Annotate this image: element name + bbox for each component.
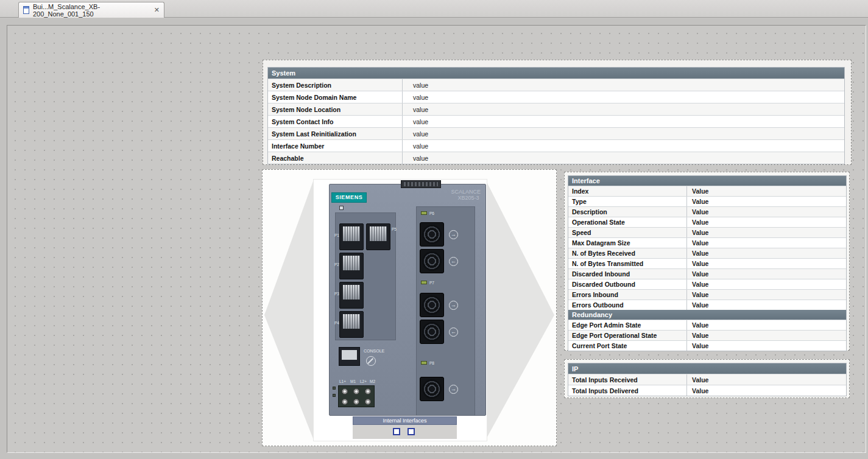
table-row: Errors Inbound Value (568, 289, 846, 300)
rj45-port-3 (339, 282, 364, 309)
row-label: Interface Number (268, 140, 403, 152)
row-value: Value (687, 279, 846, 289)
row-value: value (403, 79, 844, 91)
row-value: Value (687, 331, 846, 340)
table-row: Max Datagram Size Value (568, 237, 846, 248)
device-panel[interactable]: SIEMENS SCALANCE XB205-3 P1 P2 P3 P4 P5 (262, 169, 557, 446)
arrow-right-icon: → (449, 301, 458, 310)
ip-panel[interactable]: IP Total Inputs Received Value Total Inp… (564, 359, 850, 398)
table-row: Reachable value (268, 152, 844, 164)
rj45-port-4 (339, 311, 364, 338)
terminal-screw (342, 399, 348, 405)
arrow-left-icon: ← (449, 257, 458, 266)
no-entry-icon (366, 356, 376, 366)
internal-interface-item[interactable] (408, 428, 415, 435)
table-row: Speed Value (568, 227, 846, 237)
interface-table: Interface Index Value Type Value Descrip… (568, 175, 847, 351)
model-line1: SCALANCE (451, 189, 481, 195)
terminal-screw (342, 388, 348, 394)
tab-bar: Bui...M_Scalance_XB-200_None_001_150 ✕ (0, 0, 868, 18)
internal-interface-item[interactable] (393, 428, 400, 435)
tab-close-icon[interactable]: ✕ (154, 7, 160, 13)
row-value: Value (687, 290, 846, 300)
fiber-connector (420, 222, 444, 247)
design-canvas[interactable]: System System Description value System N… (7, 25, 866, 453)
row-value: value (403, 128, 844, 139)
table-row: N. of Bytes Received Value (568, 248, 846, 258)
row-label: Operational State (568, 217, 687, 227)
table-row: System Last Reinitialization value (268, 127, 844, 139)
terminal-screw (353, 388, 359, 394)
row-label: N. of Bytes Transmitted (568, 259, 687, 268)
row-label: Index (568, 186, 687, 196)
system-table: System System Description value System N… (267, 67, 845, 164)
row-value: Value (687, 207, 846, 217)
port-label: P1 (334, 233, 339, 237)
port-indicator (421, 211, 427, 215)
table-row: System Node Domain Name value (268, 91, 844, 103)
port-label: P2 (334, 262, 339, 267)
port-indicator (421, 281, 427, 284)
row-label: System Description (268, 79, 403, 91)
fiber-connector (420, 377, 444, 401)
row-value: Value (687, 248, 846, 258)
row-label: Reachable (268, 152, 403, 164)
row-label: Description (568, 207, 687, 217)
device-plate: SIEMENS SCALANCE XB205-3 P1 P2 P3 P4 P5 (314, 180, 487, 441)
power-led (333, 387, 336, 390)
status-led (339, 206, 344, 210)
port-label: P5 (392, 227, 397, 231)
row-label: Total Inputs Delivered (568, 385, 687, 396)
power-label: M2 (370, 379, 375, 384)
row-label: Errors Outbound (568, 300, 687, 310)
row-value: value (403, 116, 844, 127)
port-label: P6 (429, 211, 434, 215)
power-terminal-block (338, 385, 375, 407)
interface-panel[interactable]: Interface Index Value Type Value Descrip… (564, 172, 850, 351)
row-label: Total Inputs Received (568, 374, 687, 385)
scalance-device: SIEMENS SCALANCE XB205-3 P1 P2 P3 P4 P5 (329, 184, 486, 416)
row-label: Current Port State (568, 341, 687, 351)
system-table-header: System (268, 68, 844, 79)
port-label: P4 (334, 321, 339, 325)
row-label: Edge Port Admin State (568, 320, 687, 330)
row-value: Value (687, 341, 846, 351)
internal-interfaces-bar: Internal Interfaces (353, 416, 457, 425)
rj45-port-1 (339, 223, 364, 250)
row-label: Max Datagram Size (568, 238, 687, 248)
table-row: Total Inputs Delivered Value (568, 385, 846, 396)
row-value: Value (687, 374, 846, 385)
row-label: Speed (568, 228, 687, 237)
table-row: Interface Number value (268, 139, 844, 152)
row-value: Value (687, 320, 846, 330)
tab-label: Bui...M_Scalance_XB-200_None_001_150 (33, 3, 150, 18)
table-row: N. of Bytes Transmitted Value (568, 258, 846, 268)
faceplate-icon (23, 6, 29, 14)
table-row: System Contact Info value (268, 115, 844, 127)
console-port (339, 347, 360, 366)
row-label: System Node Domain Name (268, 91, 403, 103)
table-row: Current Port State Value (568, 340, 846, 351)
terminal-screw (365, 399, 371, 405)
row-value: value (403, 140, 844, 152)
table-row: Operational State Value (568, 217, 846, 227)
table-row: Edge Port Operational State Value (568, 330, 846, 340)
model-line2: XB205-3 (451, 195, 481, 201)
shading-right (485, 180, 554, 440)
table-row: Index Value (568, 186, 846, 196)
arrow-right-icon: → (449, 385, 458, 394)
row-value: Value (687, 385, 846, 396)
row-label: System Last Reinitialization (268, 128, 403, 139)
ip-table: IP Total Inputs Received Value Total Inp… (568, 363, 847, 396)
row-label: Edge Port Operational State (568, 331, 687, 340)
row-value: Value (687, 259, 846, 268)
top-connector (401, 180, 441, 188)
tab-faceplate[interactable]: Bui...M_Scalance_XB-200_None_001_150 ✕ (18, 2, 164, 18)
system-panel[interactable]: System System Description value System N… (263, 60, 852, 165)
internal-interfaces-strip (353, 425, 457, 439)
row-value: Value (687, 300, 846, 310)
table-row: System Node Location value (268, 103, 844, 115)
rj45-port-5 (366, 223, 390, 250)
row-label: Errors Inbound (568, 290, 687, 300)
table-row: Description Value (568, 206, 846, 217)
